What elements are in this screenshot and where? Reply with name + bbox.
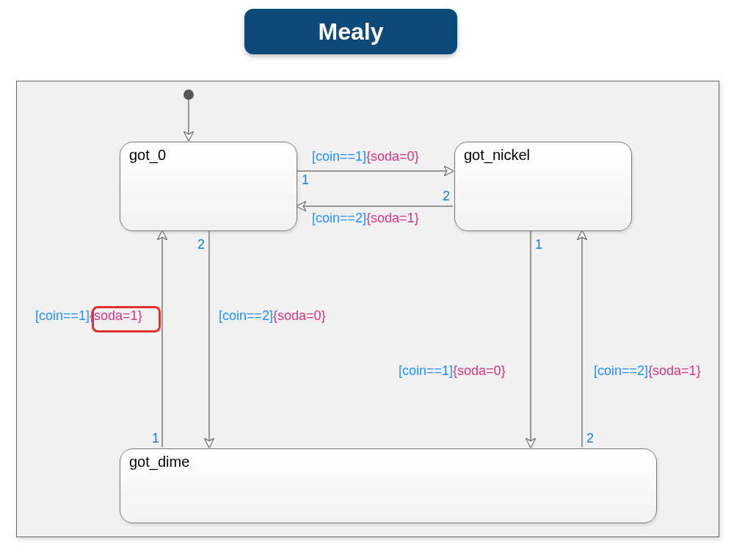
- prio-s0-s2: 2: [197, 237, 205, 252]
- label-s0-s1: [coin==1]{soda=0}: [312, 149, 419, 164]
- prio-s1-s0: 2: [443, 189, 450, 203]
- label-s1-s2: [coin==1]{soda=0}: [399, 363, 506, 378]
- prio-s2-s1: 2: [586, 431, 594, 446]
- diagram-stage: Mealy got_0 got_nickel got_dime: [0, 0, 734, 560]
- state-canvas: got_0 got_nickel got_dime 1 [coin==1]{: [16, 81, 719, 537]
- state-got_0-label: got_0: [129, 147, 166, 164]
- state-got_nickel: got_nickel: [454, 142, 632, 231]
- label-s1-s0: [coin==2]{soda=1}: [312, 211, 419, 225]
- prio-s0-s1: 1: [302, 172, 309, 187]
- prio-s2-s0: 1: [152, 431, 159, 446]
- title-text: Mealy: [319, 18, 384, 46]
- state-got_dime-label: got_dime: [129, 454, 189, 470]
- title-pill: Mealy: [244, 9, 457, 54]
- highlight-box: [92, 306, 161, 332]
- label-s2-s1: [coin==2]{soda=1}: [594, 363, 701, 378]
- state-got_nickel-label: got_nickel: [464, 147, 530, 164]
- state-got_0: got_0: [120, 142, 297, 231]
- prio-s1-s2: 1: [535, 237, 542, 252]
- label-s0-s2: [coin==2]{soda=0}: [219, 308, 326, 323]
- initial-state-dot: [184, 90, 194, 100]
- state-got_dime: got_dime: [120, 448, 657, 523]
